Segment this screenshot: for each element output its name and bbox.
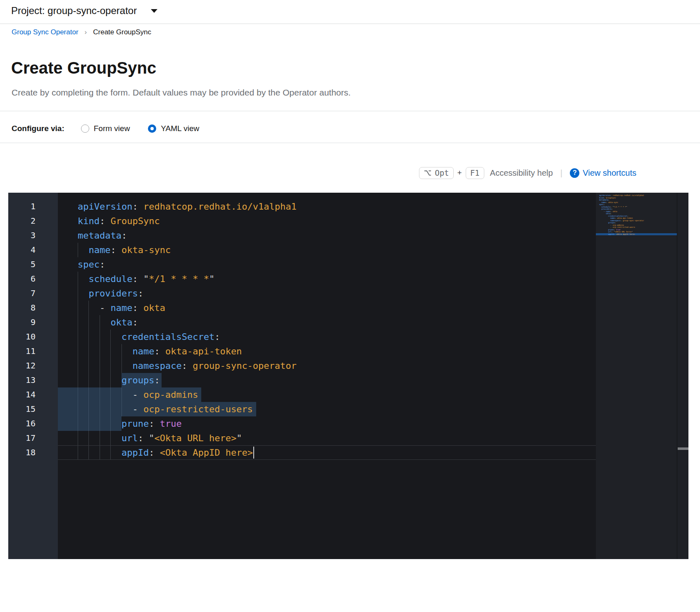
code-line-8[interactable]: - name: okta [58, 301, 596, 315]
code-line-13[interactable]: groups: [58, 373, 596, 387]
code-line-text: apiVersion: redhatcop.redhat.io/v1alpha1 [78, 201, 297, 212]
breadcrumb: Group Sync Operator › Create GroupSync [12, 28, 151, 36]
code-line-text: credentialsSecret: [78, 332, 220, 342]
code-line-text: appId: <Okta AppID here> [78, 447, 253, 458]
code-line-text: schedule: "*/1 * * * *" [78, 274, 214, 284]
text-cursor [253, 447, 254, 459]
code-line-text: kind: GroupSync [78, 216, 160, 226]
question-circle-icon: ? [570, 168, 579, 178]
code-line-4[interactable]: name: okta-sync [58, 243, 596, 257]
view-shortcuts-link[interactable]: ? View shortcuts [570, 168, 636, 178]
radio-unchecked-icon[interactable] [81, 124, 89, 133]
code-line-9[interactable]: okta: [58, 315, 596, 330]
line-number: 3 [8, 228, 58, 243]
kbd-f1: F1 [466, 167, 484, 179]
project-bar: Project: group-sync-operator [0, 0, 700, 24]
editor-code-area[interactable]: apiVersion: redhatcop.redhat.io/v1alpha1… [58, 193, 596, 559]
configure-via-row: Configure via: Form view YAML view [12, 121, 217, 136]
radio-yaml-view-label: YAML view [161, 124, 199, 133]
line-number: 12 [8, 359, 58, 373]
editor-scrollbar[interactable] [677, 193, 689, 559]
yaml-editor[interactable]: 123456789101112131415161718 apiVersion: … [8, 193, 688, 559]
code-line-text: spec: [78, 259, 105, 270]
line-number: 16 [8, 416, 58, 431]
divider [0, 111, 700, 111]
kbd-plus: + [457, 168, 462, 177]
kbd-opt-label: Opt [435, 168, 449, 177]
line-number: 7 [8, 286, 58, 301]
breadcrumb-current: Create GroupSync [93, 28, 151, 36]
accessibility-help-label: Accessibility help [490, 168, 553, 178]
code-line-5[interactable]: spec: [58, 257, 596, 272]
code-line-text: providers: [78, 288, 143, 299]
line-number: 17 [8, 431, 58, 445]
code-line-text: - name: okta [78, 303, 165, 313]
code-line-text: prune: true [78, 418, 182, 429]
line-number: 6 [8, 272, 58, 286]
code-line-text: metadata: [78, 230, 127, 241]
code-line-2[interactable]: kind: GroupSync [58, 214, 596, 228]
code-line-text: groups: [78, 375, 160, 385]
line-number: 14 [8, 387, 58, 402]
breadcrumb-chevron-icon: › [85, 28, 87, 36]
code-line-text: - ocp-restricted-users [78, 404, 253, 414]
line-number: 8 [8, 301, 58, 315]
editor-line-number-gutter: 123456789101112131415161718 [8, 193, 58, 559]
code-line-text: namespace: group-sync-operator [78, 361, 297, 371]
line-number: 4 [8, 243, 58, 257]
configure-via-label: Configure via: [12, 124, 64, 133]
code-line-15[interactable]: - ocp-restricted-users [58, 402, 596, 416]
line-number: 15 [8, 402, 58, 416]
kbd-opt: Opt [419, 167, 453, 179]
radio-form-view-label: Form view [94, 124, 130, 133]
radio-form-view[interactable]: Form view [81, 124, 130, 133]
line-number: 18 [8, 445, 58, 460]
code-line-text: - ocp-admins [78, 390, 198, 400]
page-subtitle: Create by completing the form. Default v… [12, 88, 351, 98]
view-shortcuts-label: View shortcuts [583, 168, 636, 178]
code-line-1[interactable]: apiVersion: redhatcop.redhat.io/v1alpha1 [58, 199, 596, 214]
line-number: 5 [8, 257, 58, 272]
code-line-10[interactable]: credentialsSecret: [58, 330, 596, 344]
code-line-text: name: okta-api-token [78, 346, 242, 356]
editor-minimap[interactable]: apiVersion: redhatcop.redhat.io/v1alpha1… [596, 194, 677, 235]
code-line-17[interactable]: url: "<Okta URL here>" [58, 431, 596, 445]
line-number: 1 [8, 199, 58, 214]
line-number: 10 [8, 330, 58, 344]
divider [0, 143, 700, 143]
code-line-18[interactable]: appId: <Okta AppID here> [58, 445, 596, 460]
code-line-7[interactable]: providers: [58, 286, 596, 301]
radio-checked-icon[interactable] [148, 124, 156, 133]
code-line-6[interactable]: schedule: "*/1 * * * *" [58, 272, 596, 286]
scrollbar-cursor-marker[interactable] [678, 447, 688, 450]
project-selector[interactable]: Project: group-sync-operator [11, 5, 157, 17]
line-number: 11 [8, 344, 58, 359]
code-line-text: url: "<Okta URL here>" [78, 433, 242, 443]
minimap-line: appId: <Okta AppID here> [596, 233, 677, 236]
line-number: 2 [8, 214, 58, 228]
code-line-text: name: okta-sync [78, 245, 171, 255]
code-line-11[interactable]: name: okta-api-token [58, 344, 596, 359]
project-selector-label: Project: group-sync-operator [11, 5, 137, 17]
breadcrumb-link-group-sync-operator[interactable]: Group Sync Operator [12, 28, 79, 36]
caret-down-icon [151, 9, 157, 13]
line-number: 9 [8, 315, 58, 330]
code-line-16[interactable]: prune: true [58, 416, 596, 431]
code-line-3[interactable]: metadata: [58, 228, 596, 243]
radio-yaml-view[interactable]: YAML view [148, 124, 199, 133]
page-title: Create GroupSync [11, 59, 156, 77]
option-key-icon [424, 170, 432, 176]
code-line-14[interactable]: - ocp-admins [58, 387, 596, 402]
editor-toolbar: Opt + F1 Accessibility help | ? View sho… [8, 165, 636, 181]
code-line-12[interactable]: namespace: group-sync-operator [58, 359, 596, 373]
editor-right-column: apiVersion: redhatcop.redhat.io/v1alpha1… [596, 193, 688, 559]
toolbar-separator: | [560, 168, 562, 178]
line-number: 13 [8, 373, 58, 387]
code-line-text: okta: [78, 317, 138, 328]
